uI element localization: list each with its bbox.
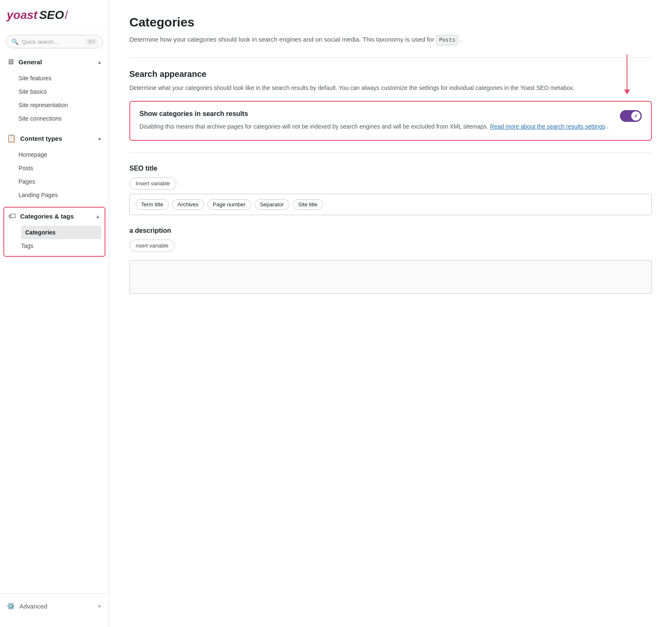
main-content: Categories Determine how your categories… [109, 0, 672, 627]
toggle-card-show-categories: Show categories in search results Disabl… [129, 101, 652, 140]
arrow-line [627, 55, 627, 90]
categories-tags-icon: 🏷 [8, 212, 16, 221]
advanced-label: Advanced [19, 603, 47, 610]
search-appearance-section: Search appearance Determine what your ca… [129, 69, 652, 141]
logo: yoast SEO / [7, 8, 102, 22]
toggle-period: . [607, 123, 609, 130]
nav-item-landing-pages[interactable]: Landing Pages [18, 188, 109, 202]
seo-tag-archives[interactable]: Archives [172, 199, 204, 210]
search-bar[interactable]: 🔍 Quick search... ⌘K [6, 35, 103, 48]
nav-item-posts[interactable]: Posts [18, 161, 109, 175]
search-icon: 🔍 [11, 38, 18, 45]
search-appearance-title: Search appearance [129, 69, 652, 79]
meta-desc-area[interactable] [129, 260, 652, 294]
general-nav-items: Site features Site basics Site represent… [0, 71, 109, 128]
seo-tag-separator[interactable]: Separator [255, 199, 289, 210]
categories-tags-title: Categories & tags [20, 213, 95, 220]
nav-bottom-advanced[interactable]: ⚙️ Advanced ▼ [0, 598, 109, 614]
content-types-nav-items: Homepage Posts Pages Landing Pages [0, 147, 109, 204]
nav-section-content-types: 📋 Content types ▲ Homepage Posts Pages L… [0, 129, 109, 204]
nav-section-general: 🖥 General ▲ Site features Site basics Si… [0, 53, 109, 128]
toggle-check-icon: ✓ [634, 113, 638, 119]
advanced-chevron: ▼ [97, 603, 102, 609]
nav-item-site-features[interactable]: Site features [18, 71, 109, 85]
toggle-switch-show-categories[interactable]: ✓ [620, 110, 642, 122]
toggle-card-desc: Disabling this means that archive pages … [139, 122, 613, 131]
search-appearance-desc: Determine what your categories should lo… [129, 83, 652, 92]
page-description: Determine how your categories should loo… [129, 34, 652, 45]
meta-desc-label-text: a description [129, 227, 171, 234]
page-title: Categories [129, 15, 652, 29]
insert-variable-btn-meta[interactable]: nsert variable [129, 240, 175, 252]
search-shortcut: ⌘K [86, 39, 97, 45]
toggle-card-title: Show categories in search results [139, 110, 613, 118]
seo-title-section: SEO title Insert variable Term title Arc… [129, 165, 652, 215]
nav-item-categories[interactable]: Categories [21, 226, 101, 239]
sidebar-bottom: ⚙️ Advanced ▼ [0, 593, 109, 619]
sidebar: yoast SEO / 🔍 Quick search... ⌘K 🖥 Gener… [0, 0, 109, 627]
search-placeholder: Quick search... [22, 39, 86, 45]
advanced-icon: ⚙️ [7, 602, 15, 610]
content-types-icon: 📋 [7, 134, 16, 143]
arrow-head [624, 90, 630, 95]
nav-section-categories-tags: 🏷 Categories & tags ▲ Categories Tags [3, 207, 105, 257]
seo-tag-site-title[interactable]: Site title [293, 199, 323, 210]
toggle-thumb: ✓ [631, 111, 640, 121]
general-title: General [18, 58, 97, 66]
toggle-desc-text: Disabling this means that archive pages … [139, 123, 488, 130]
content-types-title: Content types [20, 135, 97, 142]
seo-title-tags-container: Term title Archives Page number Separato… [129, 194, 652, 215]
divider-1 [129, 57, 652, 58]
toggle-card-content: Show categories in search results Disabl… [139, 110, 613, 131]
logo-area: yoast SEO / [0, 0, 109, 29]
general-chevron: ▲ [97, 59, 102, 65]
nav-item-pages[interactable]: Pages [18, 175, 109, 188]
logo-slash: / [65, 8, 68, 22]
categories-tags-chevron: ▲ [95, 213, 100, 219]
divider-2 [129, 153, 652, 153]
nav-item-site-representation[interactable]: Site representation [18, 98, 109, 112]
meta-description-section: a description nsert variable [129, 227, 652, 294]
nav-item-homepage[interactable]: Homepage [18, 148, 109, 161]
categories-tags-nav-items: Categories Tags [4, 225, 105, 256]
content-types-chevron: ▲ [97, 135, 102, 141]
page-description-end: . [460, 36, 462, 43]
toggle-read-more-link[interactable]: Read more about the search results setti… [490, 123, 605, 130]
nav-section-general-header[interactable]: 🖥 General ▲ [0, 53, 109, 71]
seo-tag-term-title[interactable]: Term title [136, 199, 169, 210]
logo-yoast: yoast [7, 8, 37, 22]
taxonomy-tag: Posts [436, 35, 458, 45]
nav-section-categories-tags-header[interactable]: 🏷 Categories & tags ▲ [4, 208, 105, 225]
insert-variable-btn-seo[interactable]: Insert variable [129, 177, 176, 190]
meta-desc-label: a description [129, 227, 652, 234]
nav-item-tags[interactable]: Tags [21, 239, 105, 253]
logo-seo-text: SEO [39, 8, 64, 22]
page-description-text: Determine how your categories should loo… [129, 36, 434, 43]
general-icon: 🖥 [7, 58, 14, 66]
nav-item-site-basics[interactable]: Site basics [18, 85, 109, 98]
toggle-track[interactable]: ✓ [620, 110, 642, 122]
seo-tag-page-number[interactable]: Page number [207, 199, 251, 210]
nav-item-site-connections[interactable]: Site connections [18, 112, 109, 125]
seo-title-label: SEO title [129, 165, 652, 172]
nav-section-content-types-header[interactable]: 📋 Content types ▲ [0, 129, 109, 147]
